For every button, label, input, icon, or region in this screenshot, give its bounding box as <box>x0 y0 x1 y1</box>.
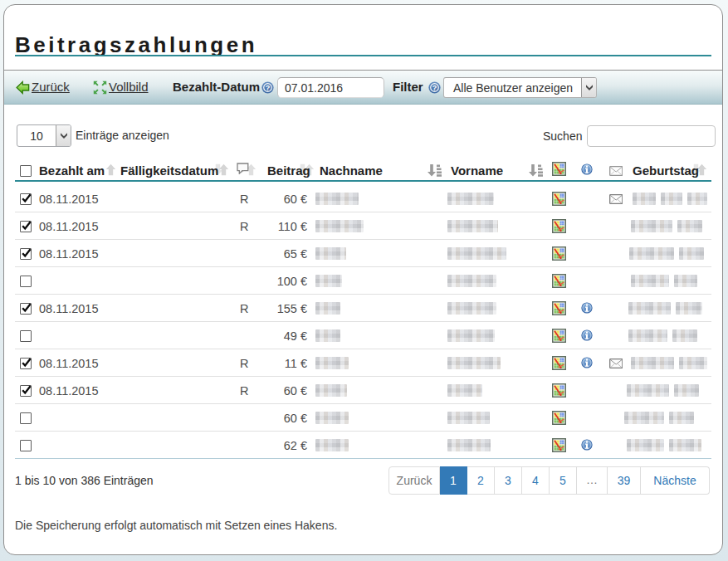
page-button-2[interactable]: 2 <box>467 466 495 495</box>
last-name-redacted <box>315 302 340 315</box>
birthday-redacted <box>624 412 694 424</box>
entries-info: 1 bis 10 von 386 Einträgen <box>15 474 154 487</box>
row-checkbox[interactable] <box>20 440 32 451</box>
sort-asc-icon[interactable] <box>218 163 229 176</box>
page-button-…[interactable]: … <box>577 466 608 495</box>
table-row: 49 € <box>15 322 711 349</box>
birthday-redacted <box>631 220 702 232</box>
row-checkbox[interactable] <box>20 330 32 342</box>
last-name-redacted <box>315 220 364 232</box>
column-header-amount[interactable]: Beitrag <box>267 163 310 178</box>
check-icon <box>21 193 32 203</box>
page-button-nächste[interactable]: Nächste <box>641 466 710 495</box>
birthday-redacted <box>627 439 701 451</box>
last-name-redacted <box>315 412 349 424</box>
first-name-redacted <box>447 357 501 369</box>
row-checkbox[interactable] <box>20 385 32 397</box>
mail-icon[interactable] <box>609 166 623 176</box>
statistics-icon[interactable] <box>552 274 566 288</box>
birthday-redacted-segment <box>669 439 701 451</box>
statistics-icon[interactable] <box>552 219 566 233</box>
statistics-icon[interactable] <box>552 162 566 176</box>
first-name-redacted <box>447 302 496 315</box>
page-button-3[interactable]: 3 <box>495 466 522 495</box>
row-checkbox[interactable] <box>20 303 32 315</box>
birthday-redacted-segment <box>633 193 656 205</box>
page-button-zurück[interactable]: Zurück <box>388 466 440 495</box>
sort-amount-icon[interactable] <box>529 163 543 177</box>
paid-date-input[interactable] <box>277 77 384 98</box>
info-icon[interactable] <box>581 163 593 175</box>
title-underline <box>15 55 711 56</box>
statistics-icon[interactable] <box>552 329 566 343</box>
statistics-icon[interactable] <box>552 192 566 206</box>
filter-label: Filter <box>393 80 423 94</box>
select-all-checkbox[interactable] <box>20 165 32 177</box>
back-link[interactable]: Zurück <box>32 80 70 94</box>
birthday-redacted-segment <box>629 247 674 260</box>
birthday-redacted-segment <box>661 193 682 205</box>
paid-date-cell: 08.11.2015 <box>39 220 99 233</box>
page-button-1[interactable]: 1 <box>440 466 467 495</box>
filter-select[interactable]: Alle Benutzer anzeigen <box>443 77 597 98</box>
content-panel: Beitragszahlungen Zurück Vollbild Bezahl… <box>3 4 723 555</box>
column-header-last-name[interactable]: Nachname <box>320 163 383 178</box>
statistics-icon[interactable] <box>552 411 566 425</box>
page-button-4[interactable]: 4 <box>522 466 550 495</box>
column-header-paid-on[interactable]: Bezahlt am <box>39 163 105 178</box>
paid-date-cell: 08.11.2015 <box>39 302 99 315</box>
row-checkbox[interactable] <box>20 358 32 369</box>
birthday-redacted-segment <box>631 275 669 287</box>
page-button-5[interactable]: 5 <box>550 466 577 495</box>
page-button-39[interactable]: 39 <box>608 466 641 495</box>
help-icon-paid-date[interactable] <box>261 81 274 94</box>
last-name-redacted <box>315 275 342 287</box>
last-name-redacted <box>315 384 347 397</box>
filter-select-arrow[interactable] <box>581 78 596 97</box>
sort-asc-icon[interactable] <box>105 163 116 176</box>
filter-select-value: Alle Benutzer anzeigen <box>444 81 581 95</box>
column-header-first-name[interactable]: Vorname <box>451 163 503 178</box>
table-row: 08.11.2015 R 11 € <box>15 349 711 377</box>
paid-date-label: Bezahlt-Datum <box>173 80 260 94</box>
row-checkbox[interactable] <box>20 221 32 232</box>
table-row: 08.11.2015 R 155 € <box>15 295 711 322</box>
mail-icon[interactable] <box>609 359 623 368</box>
info-icon[interactable] <box>581 329 593 341</box>
chevron-down-icon <box>585 85 594 90</box>
info-icon[interactable] <box>581 302 593 314</box>
birthday-redacted-segment <box>674 384 699 397</box>
last-name-redacted <box>315 357 349 369</box>
column-header-birthday[interactable]: Geburtstag <box>633 163 699 178</box>
search-input[interactable] <box>587 125 716 147</box>
last-name-redacted <box>315 329 340 342</box>
birthday-redacted <box>628 329 697 342</box>
row-checkbox[interactable] <box>20 248 32 260</box>
page-length-arrow[interactable] <box>56 125 71 146</box>
info-icon[interactable] <box>581 439 593 451</box>
column-header-due-date[interactable]: Fälligkeitsdatum <box>120 163 218 178</box>
statistics-icon[interactable] <box>552 438 566 452</box>
comment-icon[interactable] <box>237 163 249 174</box>
info-icon[interactable] <box>581 357 593 368</box>
paid-date-cell: 08.11.2015 <box>39 357 99 370</box>
birthday-redacted-segment <box>672 329 697 342</box>
row-checkbox[interactable] <box>20 412 32 424</box>
sort-amount-icon[interactable] <box>428 163 442 177</box>
statistics-icon[interactable] <box>552 246 566 261</box>
help-icon-filter[interactable] <box>428 81 441 94</box>
table-row: 100 € <box>15 267 711 295</box>
birthday-redacted-segment <box>676 302 702 315</box>
table-row: 62 € <box>15 432 711 459</box>
paid-date-cell: 08.11.2015 <box>39 193 99 206</box>
statistics-icon[interactable] <box>552 356 566 370</box>
page-length-select[interactable]: 10 <box>17 124 71 147</box>
fullscreen-link[interactable]: Vollbild <box>109 80 149 94</box>
birthday-redacted-segment <box>679 357 707 369</box>
mail-icon[interactable] <box>609 194 623 204</box>
statistics-icon[interactable] <box>552 383 566 398</box>
statistics-icon[interactable] <box>552 301 566 315</box>
row-checkbox[interactable] <box>20 276 32 287</box>
birthday-redacted-segment <box>627 384 669 397</box>
row-checkbox[interactable] <box>20 193 32 205</box>
